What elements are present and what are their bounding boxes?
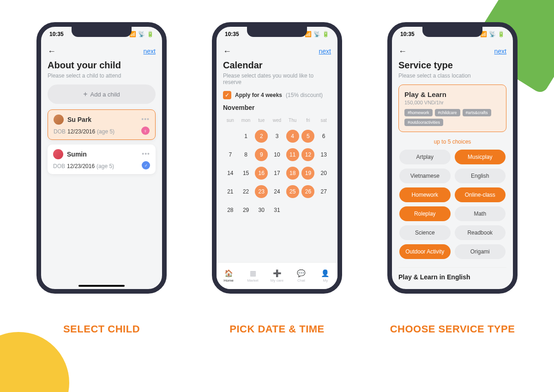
calendar-day[interactable]: 12 [301,148,314,161]
choice-chip[interactable]: Online-class [455,187,506,202]
choice-chip[interactable]: Science [399,225,451,240]
status-time: 10:35 [400,31,415,37]
home-indicator[interactable] [78,285,125,287]
phone-mockup-3: 10:35 📶 📡 🔋 ← next Service type Please s… [387,22,518,294]
next-link[interactable]: next [144,48,156,55]
plus-icon: + [83,90,87,98]
phone-stage: 10:35 📶 📡 🔋 ← next About your child Plea… [0,22,554,335]
page-subtitle: Please select a child to attend [48,72,156,79]
calendar-day[interactable]: 15 [240,166,253,180]
calendar-day[interactable]: 1 [240,129,253,143]
child-name: Su Park [67,116,91,123]
calendar-month: November [223,104,331,111]
add-child-label: Add a child [90,91,120,98]
choice-chip[interactable]: Homework [399,187,451,202]
service-tag: #childcare [435,109,460,116]
service-variant-title: Play & Learn in English [398,267,506,281]
avatar [53,149,63,159]
page-subtitle: Please select a class location [398,72,506,79]
calendar-day[interactable]: 10 [271,148,283,162]
calendar-day[interactable]: 6 [317,129,330,143]
calendar-day[interactable]: 28 [224,203,237,217]
dob-value: 12/23/2016 [67,163,95,169]
calendar-dow: Thu [285,118,300,126]
choice-chip[interactable]: Musicplay [455,150,506,164]
more-icon[interactable]: ••• [142,150,150,157]
status-time: 10:35 [49,31,64,37]
apply-discount-row[interactable]: ✓ Apply for 4 weeks (15% discount) [223,91,331,99]
calendar-day[interactable]: 25 [286,185,299,198]
calendar-day[interactable]: 13 [317,148,330,162]
calendar-day[interactable]: 7 [224,148,237,162]
calendar-day[interactable]: 22 [240,185,253,199]
add-child-button[interactable]: + Add a child [48,84,156,104]
page-title: About your child [48,60,156,71]
child-card[interactable]: Sumin•••DOB12/23/2016(age 5)♂ [48,145,156,174]
checkbox-checked-icon[interactable]: ✓ [223,91,231,99]
calendar-day[interactable]: 29 [240,203,253,217]
page-title: Service type [398,60,506,71]
choice-chip[interactable]: Origami [455,244,506,259]
tab-label: My care [271,278,283,283]
tab-home[interactable]: 🏠Home [217,263,241,289]
calendar-day[interactable]: 9 [255,148,268,161]
tab-market[interactable]: ▦Market [241,263,265,289]
calendar-day[interactable]: 24 [271,185,283,199]
calendar-day[interactable]: 21 [224,185,237,199]
caption-select-child: SELECT CHILD [63,323,140,335]
calendar-dow: sun [223,118,238,126]
tab-mycare[interactable]: ➕My care [265,263,289,289]
calendar-day[interactable]: 17 [271,166,283,180]
status-icons: 📶 📡 🔋 [305,31,329,37]
back-button[interactable]: ← [223,47,231,56]
tab-my[interactable]: 👤My [313,263,337,289]
tab-label: Home [224,278,234,283]
calendar-day[interactable]: 14 [224,166,237,180]
service-tag: #outdooractivities [404,119,443,126]
choice-chip[interactable]: English [455,169,506,183]
calendar-day [224,129,237,143]
my-icon: 👤 [321,269,330,277]
service-card-title: Play & Learn [404,90,500,98]
calendar-day[interactable]: 8 [240,148,253,162]
calendar-day[interactable]: 11 [286,148,299,161]
calendar-day[interactable]: 31 [271,203,283,217]
calendar-day[interactable]: 5 [301,130,314,143]
calendar-day[interactable]: 4 [286,130,299,143]
choices-hint: up to 5 choices [398,139,506,145]
calendar-day[interactable]: 16 [255,167,268,180]
calendar-day[interactable]: 2 [255,130,268,143]
phone-mockup-2: 10:35 📶 📡 🔋 ← next Calendar Please selec… [212,22,342,294]
battery-icon: 🔋 [498,31,505,37]
choice-chip[interactable]: Readbook [455,225,506,240]
decoration-yellow [0,332,69,392]
next-link[interactable]: next [319,48,331,55]
service-card-selected[interactable]: Play & Learn 150,000 VND/1hr #homework#c… [398,84,506,132]
calendar-day[interactable]: 20 [317,166,330,180]
home-icon: 🏠 [224,269,233,277]
more-icon[interactable]: ••• [141,115,150,123]
calendar-day[interactable]: 23 [255,185,268,198]
calendar-day[interactable]: 19 [301,167,314,180]
status-icons: 📶 📡 🔋 [129,31,154,37]
calendar-day[interactable]: 30 [255,203,268,217]
choice-chip[interactable]: Roleplay [399,206,451,221]
calendar-day[interactable]: 3 [271,129,283,143]
calendar-day[interactable]: 26 [301,185,314,198]
tab-chat[interactable]: 💬Chat [289,263,313,289]
calendar-day[interactable]: 27 [317,185,330,199]
choice-chip[interactable]: Math [455,206,506,221]
back-button[interactable]: ← [48,47,56,56]
wifi-icon: 📡 [489,31,496,37]
back-button[interactable]: ← [398,47,407,56]
calendar-day[interactable]: 18 [286,167,299,180]
wifi-icon: 📡 [138,31,145,37]
child-card[interactable]: Su Park•••DOB12/23/2016(age 5)♀ [48,109,156,140]
apply-discount: (15% discount) [286,92,323,98]
choice-chip[interactable]: Artplay [399,150,451,164]
choice-chip[interactable]: Vietnamese [399,169,451,183]
status-icons: 📶 📡 🔋 [480,31,505,37]
next-link[interactable]: next [494,48,506,55]
child-name: Sumin [67,151,87,158]
choice-chip[interactable]: Outdoor Activity [399,244,451,259]
